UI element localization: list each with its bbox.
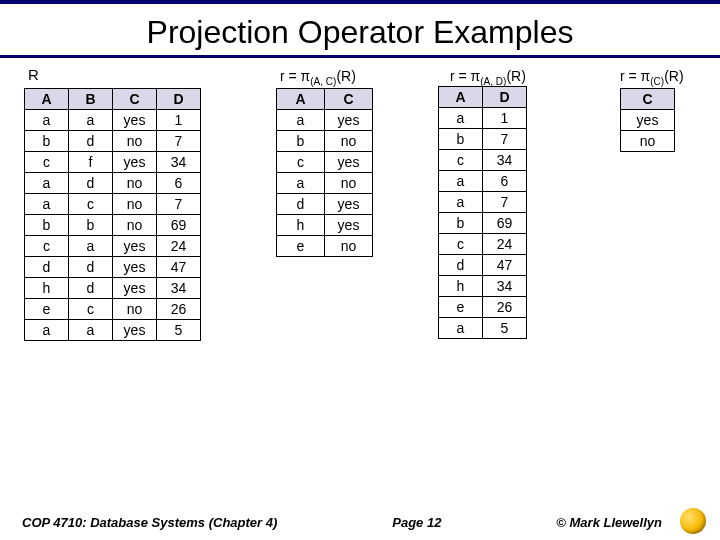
table-AD-body: a1b7c34a6a7b69c24d47h34e26a5: [439, 108, 527, 339]
table-row: hdyes34: [25, 278, 201, 299]
table-cell: f: [69, 152, 113, 173]
table-cell: a: [69, 236, 113, 257]
table-row: aayes1: [25, 110, 201, 131]
table-row: adno6: [25, 173, 201, 194]
table-row: acno7: [25, 194, 201, 215]
col-header: C: [621, 89, 675, 110]
table-cell: 24: [483, 234, 527, 255]
table-cell: c: [69, 194, 113, 215]
table-row: cayes24: [25, 236, 201, 257]
footer-left: COP 4710: Database Systems (Chapter 4): [22, 515, 277, 530]
table-row: a1: [439, 108, 527, 129]
table-row: ayes: [277, 110, 373, 131]
table-cell: 69: [157, 215, 201, 236]
table-cell: d: [69, 278, 113, 299]
col-header: A: [439, 87, 483, 108]
projection-AD-label: r = π(A, D)(R): [450, 68, 526, 87]
col-header: A: [25, 89, 69, 110]
table-cell: 69: [483, 213, 527, 234]
table-AC: A C ayesbnocyesanodyeshyeseno: [276, 88, 373, 257]
table-cell: c: [439, 150, 483, 171]
table-cell: yes: [113, 320, 157, 341]
table-cell: yes: [325, 215, 373, 236]
col-header: A: [277, 89, 325, 110]
slide-footer: COP 4710: Database Systems (Chapter 4) P…: [0, 515, 720, 530]
table-cell: 34: [157, 278, 201, 299]
table-cell: yes: [113, 236, 157, 257]
table-row: a6: [439, 171, 527, 192]
table-cell: 26: [157, 299, 201, 320]
table-row: d47: [439, 255, 527, 276]
table-cell: yes: [325, 110, 373, 131]
table-row: c24: [439, 234, 527, 255]
table-row: ecno26: [25, 299, 201, 320]
table-row: ano: [277, 173, 373, 194]
table-cell: 24: [157, 236, 201, 257]
table-R: A B C D aayes1bdno7cfyes34adno6acno7bbno…: [24, 88, 201, 341]
table-cell: 1: [157, 110, 201, 131]
table-cell: 7: [157, 194, 201, 215]
title-divider: [0, 55, 720, 58]
table-cell: no: [621, 131, 675, 152]
footer-page: Page 12: [277, 515, 556, 530]
table-row: b7: [439, 129, 527, 150]
table-cell: a: [25, 110, 69, 131]
table-row: b69: [439, 213, 527, 234]
table-cell: 1: [483, 108, 527, 129]
table-row: h34: [439, 276, 527, 297]
table-cell: d: [25, 257, 69, 278]
table-cell: b: [69, 215, 113, 236]
table-cell: a: [25, 320, 69, 341]
table-cell: e: [25, 299, 69, 320]
table-cell: 7: [483, 192, 527, 213]
table-cell: 47: [483, 255, 527, 276]
table-cell: a: [439, 192, 483, 213]
table-row: bdno7: [25, 131, 201, 152]
table-cell: no: [113, 173, 157, 194]
table-cell: no: [113, 299, 157, 320]
table-cell: b: [439, 213, 483, 234]
table-AD: A D a1b7c34a6a7b69c24d47h34e26a5: [438, 86, 527, 339]
table-cell: yes: [113, 278, 157, 299]
relation-R-label: R: [28, 66, 39, 83]
projection-C-label: r = π(C)(R): [620, 68, 684, 87]
table-cell: h: [25, 278, 69, 299]
table-cell: yes: [325, 152, 373, 173]
table-cell: d: [69, 257, 113, 278]
table-cell: a: [25, 173, 69, 194]
table-row: cfyes34: [25, 152, 201, 173]
table-row: no: [621, 131, 675, 152]
table-cell: a: [25, 194, 69, 215]
table-cell: c: [25, 236, 69, 257]
table-cell: b: [277, 131, 325, 152]
table-row: ddyes47: [25, 257, 201, 278]
table-cell: yes: [113, 257, 157, 278]
table-row: c34: [439, 150, 527, 171]
footer-right: © Mark Llewellyn: [556, 515, 662, 530]
table-row: bno: [277, 131, 373, 152]
table-cell: no: [113, 194, 157, 215]
table-cell: yes: [621, 110, 675, 131]
table-cell: yes: [113, 152, 157, 173]
table-cell: c: [25, 152, 69, 173]
table-row: dyes: [277, 194, 373, 215]
table-cell: b: [25, 131, 69, 152]
table-cell: 34: [483, 150, 527, 171]
table-cell: a: [439, 318, 483, 339]
table-row: eno: [277, 236, 373, 257]
table-cell: c: [69, 299, 113, 320]
table-cell: 34: [157, 152, 201, 173]
table-cell: h: [277, 215, 325, 236]
table-cell: a: [277, 110, 325, 131]
table-cell: e: [439, 297, 483, 318]
table-cell: no: [113, 131, 157, 152]
table-C-body: yesno: [621, 110, 675, 152]
table-cell: 47: [157, 257, 201, 278]
col-header: C: [113, 89, 157, 110]
table-cell: c: [439, 234, 483, 255]
col-header: C: [325, 89, 373, 110]
table-cell: no: [325, 173, 373, 194]
table-cell: 26: [483, 297, 527, 318]
table-row: hyes: [277, 215, 373, 236]
table-cell: yes: [113, 110, 157, 131]
